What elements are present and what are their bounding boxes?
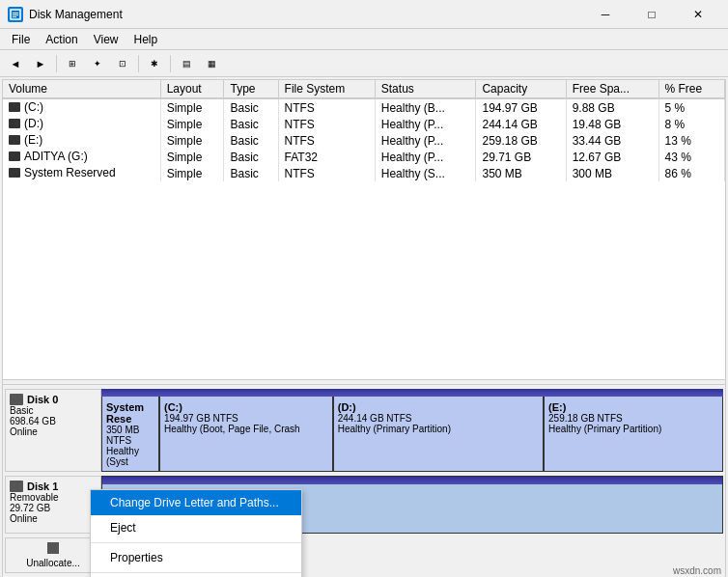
cell-volume: (E:) bbox=[3, 132, 160, 149]
menu-help[interactable]: Help bbox=[126, 31, 166, 48]
toolbar-btn-5[interactable]: ▤ bbox=[175, 53, 198, 74]
forward-button[interactable]: ► bbox=[29, 53, 52, 74]
cell-pct: 13 % bbox=[658, 132, 725, 149]
partition-d[interactable]: (D:) 244.14 GB NTFS Healthy (Primary Par… bbox=[334, 390, 545, 471]
cell-layout: Simple bbox=[160, 149, 224, 165]
menu-action[interactable]: Action bbox=[38, 31, 85, 48]
minimize-button[interactable]: ─ bbox=[583, 1, 628, 28]
cell-volume: (C:) bbox=[3, 98, 160, 116]
col-capacity[interactable]: Capacity bbox=[476, 80, 566, 98]
table-row[interactable]: (C:) Simple Basic NTFS Healthy (B... 194… bbox=[3, 98, 725, 116]
disk1-icon bbox=[10, 481, 23, 492]
cell-pct: 8 % bbox=[658, 116, 725, 132]
cell-layout: Simple bbox=[160, 132, 224, 149]
svg-rect-3 bbox=[13, 16, 16, 17]
cell-status: Healthy (P... bbox=[375, 149, 476, 165]
cell-free: 9.88 GB bbox=[566, 98, 658, 116]
cell-layout: Simple bbox=[160, 116, 224, 132]
menu-file[interactable]: File bbox=[4, 31, 38, 48]
col-volume[interactable]: Volume bbox=[3, 80, 160, 98]
toolbar-btn-1[interactable]: ⊞ bbox=[61, 53, 84, 74]
app-icon bbox=[8, 7, 23, 22]
disk1-size: 29.72 GB bbox=[10, 503, 97, 513]
cell-status: Healthy (B... bbox=[375, 98, 476, 116]
maximize-button[interactable]: □ bbox=[630, 1, 674, 28]
close-button[interactable]: ✕ bbox=[676, 1, 720, 28]
toolbar-btn-6[interactable]: ▦ bbox=[200, 53, 223, 74]
disk0-name: Disk 0 bbox=[10, 394, 97, 405]
cell-type: Basic bbox=[224, 132, 278, 149]
disk1-type: Removable bbox=[10, 492, 97, 503]
context-menu-separator-2 bbox=[91, 572, 301, 573]
disk0-icon bbox=[10, 394, 23, 405]
toolbar-separator-2 bbox=[138, 55, 139, 72]
cell-status: Healthy (S... bbox=[375, 165, 476, 181]
table-row[interactable]: ADITYA (G:) Simple Basic FAT32 Healthy (… bbox=[3, 149, 725, 165]
disk1-status: Online bbox=[10, 513, 97, 524]
menu-bar: File Action View Help bbox=[0, 29, 728, 50]
cell-status: Healthy (P... bbox=[375, 132, 476, 149]
cell-pct: 86 % bbox=[658, 165, 725, 181]
col-filesystem[interactable]: File System bbox=[278, 80, 375, 98]
disk0-label: Disk 0 Basic 698.64 GB Online bbox=[5, 389, 101, 472]
cell-layout: Simple bbox=[160, 98, 224, 116]
cell-fs: NTFS bbox=[278, 165, 375, 181]
toolbar-btn-2[interactable]: ✦ bbox=[86, 53, 109, 74]
cell-fs: FAT32 bbox=[278, 149, 375, 165]
toolbar-separator-1 bbox=[56, 55, 57, 72]
svg-rect-1 bbox=[13, 13, 18, 14]
disk1-name: Disk 1 bbox=[10, 481, 97, 492]
disk1-label: Disk 1 Removable 29.72 GB Online bbox=[5, 476, 101, 534]
col-status[interactable]: Status bbox=[375, 80, 476, 98]
volumes-table: Volume Layout Type File System Status Ca… bbox=[3, 80, 725, 181]
menu-view[interactable]: View bbox=[86, 31, 126, 48]
cell-capacity: 244.14 GB bbox=[476, 116, 566, 132]
cell-volume: System Reserved bbox=[3, 165, 160, 181]
toolbar-btn-3[interactable]: ⊡ bbox=[111, 53, 134, 74]
col-type[interactable]: Type bbox=[224, 80, 278, 98]
partition-sysreserved[interactable]: System Rese 350 MB NTFS Healthy (Syst bbox=[102, 390, 160, 471]
col-freespace[interactable]: Free Spa... bbox=[566, 80, 658, 98]
cell-fs: NTFS bbox=[278, 132, 375, 149]
partition-e[interactable]: (E:) 259.18 GB NTFS Healthy (Primary Par… bbox=[545, 390, 722, 471]
disk0-type: Basic bbox=[10, 405, 97, 416]
unallocated-label: Unallocate... bbox=[5, 537, 101, 573]
cell-type: Basic bbox=[224, 116, 278, 132]
watermark: wsxdn.com bbox=[673, 565, 721, 576]
partition-c[interactable]: (C:) 194.97 GB NTFS Healthy (Boot, Page … bbox=[160, 390, 334, 471]
toolbar-separator-3 bbox=[170, 55, 171, 72]
toolbar-btn-4[interactable]: ✱ bbox=[143, 53, 166, 74]
cell-fs: NTFS bbox=[278, 116, 375, 132]
context-menu-item-change-drive-letter[interactable]: Change Drive Letter and Paths... bbox=[91, 490, 301, 515]
back-button[interactable]: ◄ bbox=[4, 53, 27, 74]
disk0-partitions: System Rese 350 MB NTFS Healthy (Syst (C… bbox=[101, 389, 723, 472]
cell-free: 19.48 GB bbox=[566, 116, 658, 132]
disk0-size: 698.64 GB bbox=[10, 416, 97, 426]
toolbar: ◄ ► ⊞ ✦ ⊡ ✱ ▤ ▦ bbox=[0, 50, 728, 77]
cell-capacity: 350 MB bbox=[476, 165, 566, 181]
cell-free: 300 MB bbox=[566, 165, 658, 181]
cell-pct: 43 % bbox=[658, 149, 725, 165]
main-content: Volume Layout Type File System Status Ca… bbox=[2, 79, 726, 577]
cell-fs: NTFS bbox=[278, 98, 375, 116]
cell-volume: (D:) bbox=[3, 116, 160, 132]
cell-type: Basic bbox=[224, 98, 278, 116]
cell-capacity: 29.71 GB bbox=[476, 149, 566, 165]
cell-pct: 5 % bbox=[658, 98, 725, 116]
table-row[interactable]: System Reserved Simple Basic NTFS Health… bbox=[3, 165, 725, 181]
table-row[interactable]: (E:) Simple Basic NTFS Healthy (P... 259… bbox=[3, 132, 725, 149]
unallocated-icon bbox=[47, 542, 59, 554]
context-menu-item-properties[interactable]: Properties bbox=[91, 545, 301, 570]
cell-free: 12.67 GB bbox=[566, 149, 658, 165]
svg-rect-2 bbox=[13, 14, 18, 15]
col-layout[interactable]: Layout bbox=[160, 80, 224, 98]
cell-type: Basic bbox=[224, 149, 278, 165]
title-bar: Disk Management ─ □ ✕ bbox=[0, 0, 728, 29]
context-menu-item-eject[interactable]: Eject bbox=[91, 515, 301, 540]
table-area: Volume Layout Type File System Status Ca… bbox=[3, 80, 725, 379]
cell-capacity: 259.18 GB bbox=[476, 132, 566, 149]
col-pctfree[interactable]: % Free bbox=[658, 80, 725, 98]
cell-type: Basic bbox=[224, 165, 278, 181]
disk0-row: Disk 0 Basic 698.64 GB Online System Res… bbox=[5, 389, 723, 472]
table-row[interactable]: (D:) Simple Basic NTFS Healthy (P... 244… bbox=[3, 116, 725, 132]
